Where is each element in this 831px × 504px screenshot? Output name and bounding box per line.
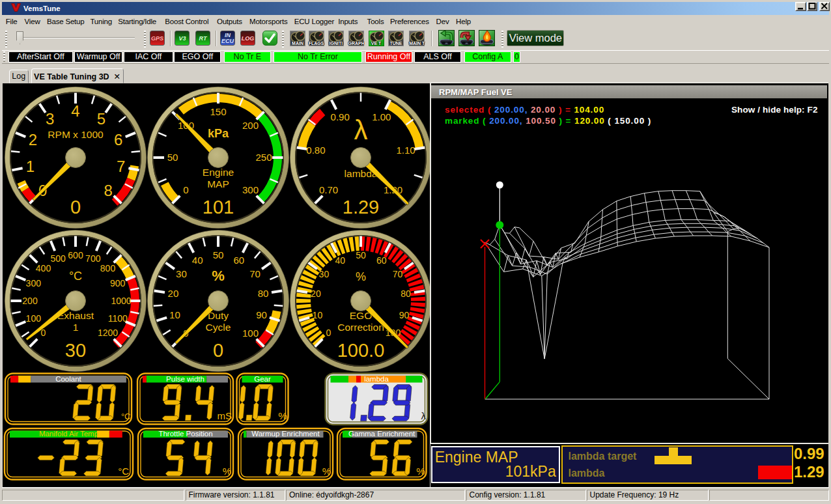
- svg-text:0.70: 0.70: [319, 184, 338, 195]
- svg-text:200: 200: [242, 120, 259, 131]
- svg-text:6: 6: [114, 131, 122, 148]
- svg-text:Correction: Correction: [337, 322, 384, 333]
- svg-text:200: 200: [22, 296, 38, 306]
- svg-text:%: %: [223, 466, 231, 477]
- svg-text:1: 1: [26, 158, 35, 175]
- svg-text:°C: °C: [69, 270, 82, 283]
- svg-text:Engine: Engine: [203, 167, 234, 178]
- svg-text:0.90: 0.90: [331, 111, 350, 122]
- svg-text:%: %: [278, 410, 287, 421]
- svg-text:20: 20: [311, 288, 321, 299]
- svg-text:°C: °C: [121, 412, 131, 421]
- svg-text:0: 0: [183, 184, 188, 195]
- svg-text:900: 900: [110, 278, 126, 288]
- svg-text:1.00: 1.00: [372, 111, 391, 122]
- svg-text:10: 10: [169, 309, 180, 320]
- svg-text:101: 101: [203, 197, 234, 217]
- svg-text:Warmup Enrichment: Warmup Enrichment: [251, 430, 320, 438]
- svg-text:5: 5: [97, 110, 106, 128]
- svg-text:λ: λ: [421, 410, 427, 421]
- svg-text:100: 100: [242, 328, 259, 339]
- svg-text:30: 30: [176, 268, 187, 279]
- svg-text:70: 70: [393, 269, 403, 279]
- svg-text:100.0: 100.0: [337, 340, 385, 361]
- svg-text:30: 30: [319, 269, 330, 279]
- svg-text:50: 50: [167, 152, 178, 163]
- svg-text:50: 50: [213, 249, 224, 260]
- svg-text:40: 40: [192, 255, 203, 266]
- svg-text:30: 30: [65, 340, 86, 361]
- svg-text:°C: °C: [118, 466, 129, 477]
- svg-text:1200: 1200: [98, 328, 118, 338]
- svg-text:Gear: Gear: [254, 375, 271, 383]
- svg-text:90: 90: [399, 310, 410, 320]
- svg-text:0: 0: [213, 340, 223, 361]
- svg-text:0: 0: [70, 197, 81, 217]
- svg-text:250: 250: [255, 152, 272, 163]
- svg-text:Throttle Position: Throttle Position: [158, 430, 212, 438]
- svg-text:400: 400: [36, 263, 51, 273]
- svg-text:Cycle: Cycle: [206, 322, 231, 333]
- svg-text:Coolant: Coolant: [55, 375, 81, 383]
- svg-text:1.29: 1.29: [343, 197, 379, 217]
- svg-text:50: 50: [356, 250, 366, 260]
- svg-text:marked ( 200.00, 100.50 ) =: marked ( 200.00, 100.50 ) = 120.00 ( 150…: [445, 116, 651, 126]
- svg-text:0.80: 0.80: [306, 145, 325, 156]
- svg-text:RPM x 1000: RPM x 1000: [48, 129, 104, 140]
- svg-text:1100: 1100: [108, 313, 128, 324]
- svg-text:1: 1: [73, 322, 79, 333]
- svg-text:80: 80: [401, 288, 411, 299]
- svg-text:2: 2: [29, 131, 37, 148]
- svg-text:80: 80: [258, 288, 269, 299]
- svg-text:%: %: [416, 466, 425, 477]
- svg-text:60: 60: [376, 255, 387, 266]
- svg-text:150: 150: [210, 106, 226, 117]
- svg-text:60: 60: [233, 255, 244, 266]
- svg-text:3: 3: [46, 110, 54, 128]
- svg-text:kPa: kPa: [208, 127, 229, 140]
- svg-text:90: 90: [256, 309, 267, 320]
- svg-text:Gamma Enrichment: Gamma Enrichment: [348, 430, 416, 438]
- svg-text:4: 4: [71, 102, 79, 120]
- svg-text:500: 500: [51, 253, 66, 264]
- svg-text:300: 300: [26, 278, 42, 288]
- svg-text:8: 8: [104, 182, 113, 199]
- svg-text:700: 700: [85, 253, 101, 264]
- svg-text:0: 0: [326, 328, 331, 338]
- svg-text:%: %: [356, 270, 366, 283]
- svg-text:70: 70: [249, 268, 261, 279]
- svg-text:selected ( 200.00, 20.00 ) =: selected ( 200.00, 20.00 ) = 104.00: [445, 105, 604, 115]
- svg-text:20: 20: [168, 288, 179, 299]
- svg-text:600: 600: [68, 250, 83, 260]
- svg-text:100: 100: [26, 313, 42, 324]
- svg-text:Pulse width: Pulse width: [166, 375, 204, 383]
- svg-text:lambda: lambda: [364, 375, 389, 383]
- svg-text:10: 10: [313, 310, 323, 320]
- svg-text:1.10: 1.10: [396, 145, 415, 156]
- svg-text:40: 40: [335, 255, 345, 266]
- svg-text:1000: 1000: [111, 296, 131, 306]
- svg-text:300: 300: [242, 184, 259, 195]
- svg-text:MAP: MAP: [207, 178, 229, 189]
- svg-text:mS: mS: [218, 410, 232, 421]
- svg-text:Manifold Air Temp: Manifold Air Temp: [39, 430, 98, 438]
- svg-text:%: %: [212, 268, 225, 284]
- svg-text:%: %: [322, 466, 331, 477]
- svg-text:7: 7: [117, 158, 125, 175]
- svg-text:λ: λ: [354, 115, 368, 145]
- svg-text:Show / hide help: F2: Show / hide help: F2: [731, 105, 818, 115]
- svg-text:800: 800: [100, 263, 116, 273]
